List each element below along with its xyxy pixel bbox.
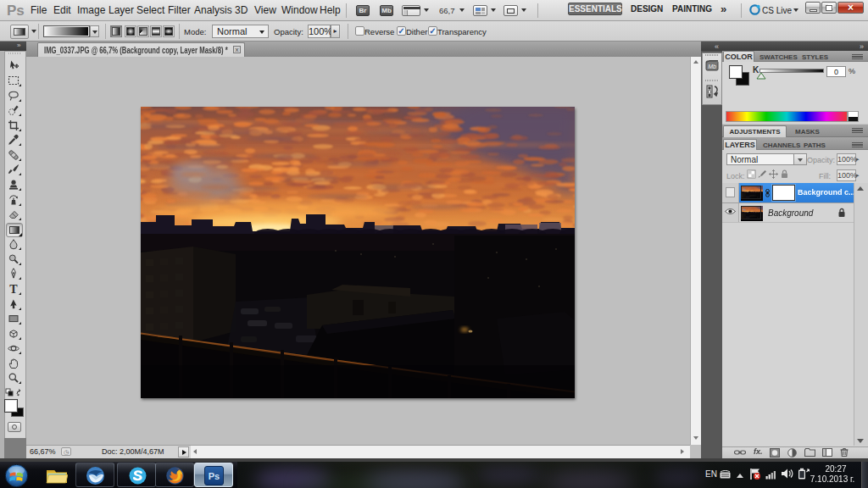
svg-text:Mb: Mb	[708, 64, 716, 69]
svg-text:T: T	[9, 283, 18, 295]
